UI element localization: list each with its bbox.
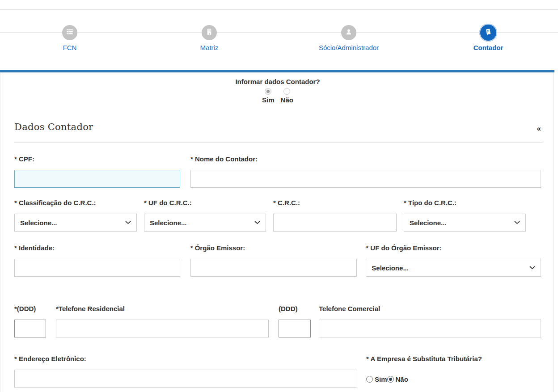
step-matriz[interactable]: Matriz [140, 0, 279, 54]
collapse-chevrons-icon[interactable]: « [537, 125, 541, 132]
step-label[interactable]: Matriz [200, 44, 219, 51]
telefone-comercial-label: Telefone Comercial [319, 305, 541, 312]
form-row-4: *(DDD) *Telefone Residencial (DDD) Telef… [14, 305, 541, 337]
substituta-tributaria-label: * A Empresa é Substituta Tributária? [366, 355, 541, 362]
building-icon [205, 28, 213, 38]
telefone-residencial-label: *Telefone Residencial [56, 305, 269, 312]
chevron-down-icon [254, 221, 260, 224]
ddd-residencial-input[interactable] [14, 320, 46, 337]
informar-dados-question: Informar dados Contador? Sim Não [14, 78, 541, 104]
tipo-crc-label: * Tipo do C.R.C.: [404, 199, 526, 207]
form-row-1: * CPF: * Nome do Contador: [14, 155, 541, 188]
step-label[interactable]: Contador [473, 44, 503, 51]
question-label: Informar dados Contador? [14, 78, 541, 85]
classificacao-crc-select[interactable]: Selecione... [14, 214, 137, 232]
telefone-residencial-field: *Telefone Residencial [56, 305, 269, 337]
step-fcn[interactable]: FCN [0, 0, 140, 54]
form-row-5: * Endereço Eletrônico: * A Empresa é Sub… [14, 355, 541, 388]
section-divider [14, 142, 543, 143]
nome-contador-field: * Nome do Contador: [190, 155, 541, 188]
radio-label: Sim [375, 375, 387, 383]
telefone-residencial-input[interactable] [56, 320, 269, 337]
identidade-input[interactable] [14, 259, 180, 277]
endereco-eletronico-input[interactable] [14, 370, 357, 388]
classificacao-crc-label: * Classificação do C.R.C.: [14, 199, 137, 207]
person-icon [345, 28, 353, 38]
step-circle [341, 25, 356, 40]
orgao-emissor-input[interactable] [190, 259, 357, 277]
uf-orgao-emissor-select[interactable]: Selecione... [366, 259, 541, 277]
contador-panel: Informar dados Contador? Sim Não Dados C… [0, 72, 554, 392]
endereco-eletronico-field: * Endereço Eletrônico: [14, 355, 357, 388]
step-label[interactable]: FCN [63, 44, 77, 51]
crc-input[interactable] [273, 214, 397, 232]
ddd-comercial-label: (DDD) [279, 305, 311, 312]
telefone-comercial-input[interactable] [319, 320, 541, 337]
book-icon [484, 27, 493, 38]
cpf-field: * CPF: [14, 155, 180, 188]
radio-option-nao[interactable]: Não [281, 88, 293, 104]
uf-crc-select[interactable]: Selecione... [144, 214, 266, 232]
crc-field: * C.R.C.: [273, 199, 397, 232]
substituta-radio-group: Sim Não [366, 375, 541, 383]
orgao-emissor-field: * Órgão Emissor: [190, 244, 357, 277]
orgao-emissor-label: * Órgão Emissor: [190, 244, 357, 252]
nome-contador-input[interactable] [190, 170, 541, 188]
uf-orgao-emissor-field: * UF do Órgão Emissor: Selecione... [366, 244, 541, 277]
section-accent-bar [0, 70, 554, 72]
step-contador[interactable]: Contador [418, 0, 558, 54]
crc-label: * C.R.C.: [273, 199, 397, 207]
wizard-header: FCN Matriz [0, 0, 558, 72]
question-radio-group: Sim Não [14, 88, 541, 104]
radio-unselected-icon[interactable] [283, 88, 290, 95]
step-circle-active [479, 24, 497, 42]
step-circle [202, 25, 217, 40]
chevron-down-icon [125, 221, 131, 224]
radio-label: Não [396, 375, 408, 383]
select-value: Selecione... [20, 219, 57, 227]
list-icon [66, 28, 74, 38]
endereco-eletronico-label: * Endereço Eletrônico: [14, 355, 357, 362]
step-socio-administrador[interactable]: Sócio/Administrador [279, 0, 418, 54]
form-row-3: * Identidade: * Órgão Emissor: * UF do Ó… [14, 244, 541, 277]
substituta-tributaria-field: * A Empresa é Substituta Tributária? Sim… [366, 355, 541, 383]
stepper: FCN Matriz [0, 0, 558, 54]
form-row-2: * Classificação do C.R.C.: Selecione... … [14, 199, 541, 232]
step-label[interactable]: Sócio/Administrador [319, 44, 379, 51]
ddd-residencial-label: *(DDD) [14, 305, 46, 312]
radio-selected-icon[interactable] [387, 376, 394, 383]
chevron-down-icon [514, 221, 520, 224]
uf-crc-label: * UF do C.R.C.: [144, 199, 266, 207]
radio-unselected-icon[interactable] [366, 376, 373, 383]
ddd-residencial-field: *(DDD) [14, 305, 46, 337]
section-header: Dados Contador « [14, 122, 541, 132]
select-value: Selecione... [410, 219, 447, 227]
nome-contador-label: * Nome do Contador: [190, 155, 541, 163]
cpf-input[interactable] [14, 170, 180, 188]
radio-option-sim[interactable]: Sim [262, 88, 275, 104]
uf-crc-field: * UF do C.R.C.: Selecione... [144, 199, 266, 232]
ddd-comercial-input[interactable] [279, 320, 311, 337]
select-value: Selecione... [372, 264, 409, 272]
classificacao-crc-field: * Classificação do C.R.C.: Selecione... [14, 199, 137, 232]
cpf-label: * CPF: [14, 155, 180, 163]
select-value: Selecione... [150, 219, 187, 227]
tipo-crc-select[interactable]: Selecione... [404, 214, 526, 232]
tipo-crc-field: * Tipo do C.R.C.: Selecione... [404, 199, 526, 232]
chevron-down-icon [529, 266, 535, 270]
identidade-label: * Identidade: [14, 244, 180, 252]
section-title: Dados Contador [14, 122, 93, 132]
step-circle [62, 25, 77, 40]
radio-label: Não [281, 96, 293, 104]
radio-selected-icon[interactable] [265, 88, 271, 95]
ddd-comercial-field: (DDD) [279, 305, 311, 337]
telefone-comercial-field: Telefone Comercial [319, 305, 541, 337]
radio-label: Sim [262, 96, 275, 104]
uf-orgao-emissor-label: * UF do Órgão Emissor: [366, 244, 541, 252]
identidade-field: * Identidade: [14, 244, 180, 277]
